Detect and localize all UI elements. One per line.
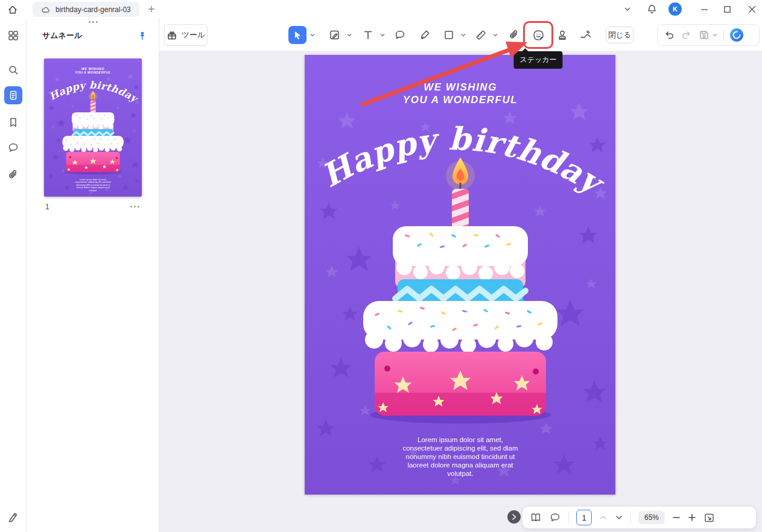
comment-icon (394, 29, 406, 41)
tools-menu-button[interactable]: ツール (164, 24, 208, 46)
comment-tool-button[interactable] (389, 24, 411, 46)
edit-tool-dropdown[interactable] (345, 24, 354, 46)
svg-text:volutpat.: volutpat. (447, 470, 473, 477)
sidebar-item-search[interactable] (4, 61, 22, 79)
sticker-icon (532, 29, 545, 42)
card-page[interactable]: WE WISHING YOU A WONDERFUL Happy birthda… (305, 55, 615, 495)
sticker-tooltip: ステッカー (513, 51, 562, 69)
select-cursor-icon (288, 26, 306, 44)
svg-text:laoreet dolore magna aliquam e: laoreet dolore magna aliquam erat (77, 186, 110, 189)
close-editor-button[interactable]: 閉じる (606, 27, 633, 43)
window-titlebar: birthday-card-genral-03 K (0, 0, 762, 18)
new-tab-button[interactable] (145, 2, 158, 16)
close-window-button[interactable] (743, 0, 761, 18)
zoom-out-button[interactable] (672, 513, 681, 522)
attachment-icon (7, 169, 19, 181)
svg-text:laoreet dolore magna aliquam e: laoreet dolore magna aliquam erat (407, 461, 513, 469)
read-mode-button[interactable] (530, 511, 542, 524)
next-page-button[interactable] (615, 515, 623, 521)
sidebar-item-bookmarks[interactable] (4, 113, 22, 131)
notifications-button[interactable] (644, 2, 659, 16)
measure-tool-button[interactable] (471, 24, 491, 46)
card-kicker-line2[interactable]: YOU A WONDERFUL (75, 71, 111, 74)
panel-drag-handle-icon[interactable] (89, 21, 98, 23)
apps-grid-icon (7, 30, 19, 42)
maximize-button[interactable] (718, 0, 736, 18)
thumbnail-image[interactable]: WE WISHING YOU A WONDERFUL Happy birthda… (44, 59, 142, 197)
chevron-down-icon (379, 32, 386, 38)
minimize-icon (701, 6, 708, 13)
document-canvas[interactable]: WE WISHING YOU A WONDERFUL Happy birthda… (159, 51, 762, 532)
tab-list-dropdown[interactable] (620, 2, 635, 16)
select-tool-dropdown[interactable] (308, 24, 317, 46)
bookmark-icon (7, 116, 19, 128)
sidebar-item-design[interactable] (4, 508, 22, 526)
comment-bubble-icon (549, 511, 561, 524)
svg-text:consectetuer adipiscing elit,: consectetuer adipiscing elit, sed diam (75, 181, 111, 183)
shape-tool-dropdown[interactable] (459, 24, 468, 46)
card-kicker-line2[interactable]: YOU A WONDERFUL (403, 94, 518, 106)
stamp-tool-button[interactable] (551, 24, 573, 46)
svg-text:volutpat.: volutpat. (89, 189, 97, 192)
plus-icon (688, 513, 696, 522)
expand-statusbar-button[interactable] (507, 510, 521, 524)
edit-icon (329, 29, 341, 41)
minimize-button[interactable] (695, 0, 713, 18)
text-tool-dropdown[interactable] (378, 24, 387, 46)
save-icon (698, 29, 710, 41)
thumbnail-more-options-icon[interactable] (130, 206, 139, 207)
signature-icon (579, 29, 592, 41)
document-tab[interactable]: birthday-card-genral-03 (33, 2, 139, 17)
undo-button[interactable] (663, 29, 675, 41)
ai-assistant-button[interactable] (729, 28, 744, 42)
page-number-input[interactable] (576, 510, 592, 525)
text-tool-button[interactable] (358, 24, 378, 46)
search-icon (7, 64, 19, 76)
attach-tool-button[interactable] (503, 24, 525, 46)
close-label: 閉じる (608, 30, 631, 40)
maximize-icon (724, 6, 731, 13)
redo-icon (681, 29, 693, 41)
chevron-down-icon (615, 515, 623, 521)
edit-tool-button[interactable] (325, 24, 345, 46)
stamp-icon (556, 29, 568, 41)
zoom-in-button[interactable] (688, 513, 696, 522)
annotations-button[interactable] (549, 511, 561, 524)
card-kicker-line1[interactable]: WE WISHING (424, 81, 497, 93)
zoom-level-button[interactable]: 65% (638, 511, 665, 524)
save-button[interactable] (698, 29, 718, 41)
thumbnail-panel: サムネール (27, 18, 159, 532)
svg-text:nonummy nibh euismod tincidunt: nonummy nibh euismod tincidunt ut (76, 184, 110, 186)
page-thumbnails-icon (7, 89, 19, 101)
sidebar-item-apps[interactable] (4, 27, 22, 45)
toolbar-divider (723, 29, 724, 41)
svg-text:Lorem ipsum dolor sit amet,: Lorem ipsum dolor sit amet, (80, 179, 107, 181)
chevron-up-icon (599, 515, 608, 521)
sidebar-item-comments[interactable] (4, 139, 22, 157)
shape-tool-button[interactable] (439, 24, 459, 46)
sticker-tool-button[interactable]: ステッカー (526, 24, 550, 46)
card-kicker-line1[interactable]: WE WISHING (81, 67, 104, 71)
chevron-down-icon (310, 32, 316, 38)
plus-icon (148, 5, 155, 13)
fit-screen-icon (703, 512, 715, 524)
home-button[interactable] (5, 2, 21, 17)
previous-page-button[interactable] (599, 515, 608, 521)
fit-page-button[interactable] (703, 512, 715, 524)
chevron-down-icon (492, 32, 498, 38)
user-avatar[interactable]: K (668, 2, 682, 16)
measure-tool-dropdown[interactable] (491, 24, 500, 46)
sidebar-item-attachments[interactable] (4, 166, 22, 184)
comments-icon (7, 142, 19, 154)
select-tool-button[interactable] (287, 24, 308, 46)
signature-tool-button[interactable] (574, 24, 597, 46)
tools-gift-icon (167, 30, 177, 40)
tab-title: birthday-card-genral-03 (56, 5, 131, 14)
measure-ruler-icon (475, 29, 487, 41)
redo-button[interactable] (681, 29, 693, 41)
history-save-group (657, 24, 760, 46)
highlighter-tool-button[interactable] (414, 24, 436, 46)
sidebar-item-thumbnails[interactable] (4, 86, 22, 104)
close-icon (749, 6, 755, 13)
pin-panel-button[interactable] (135, 29, 148, 42)
